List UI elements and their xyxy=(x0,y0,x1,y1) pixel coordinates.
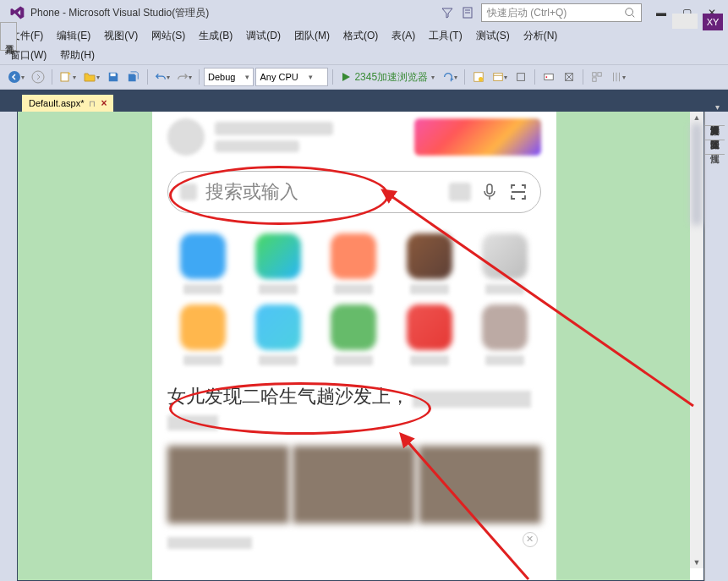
search-icon xyxy=(624,7,636,19)
app-icon xyxy=(180,233,226,279)
tool-icon-4[interactable] xyxy=(539,68,558,86)
menu-edit[interactable]: 编辑(E) xyxy=(50,27,97,45)
app-label-blur xyxy=(183,355,222,365)
quick-launch-input[interactable]: 快速启动 (Ctrl+Q) xyxy=(481,3,642,22)
window-title: Phone - Microsoft Visual Studio(管理员) xyxy=(30,6,209,20)
nav-back-button[interactable]: ▾ xyxy=(5,68,27,86)
minimize-button[interactable]: ▬ xyxy=(649,3,674,22)
news-meta-blur xyxy=(167,537,252,549)
svg-rect-14 xyxy=(593,78,596,81)
tabstrip-overflow[interactable]: ▾ xyxy=(710,102,725,112)
scroll-up-icon[interactable]: ▲ xyxy=(690,112,703,123)
config-combo[interactable]: Debug▾ xyxy=(204,68,254,86)
titlebar: Phone - Microsoft Visual Studio(管理员) 快速启… xyxy=(0,0,728,25)
svg-point-2 xyxy=(8,71,20,83)
solution-explorer-tab[interactable]: 解决方案资源管理器 xyxy=(705,112,725,126)
team-explorer-tab[interactable]: 团队资源管理器 xyxy=(705,126,725,140)
menu-table[interactable]: 表(A) xyxy=(385,27,422,45)
annotation-arrow-2 xyxy=(393,423,647,581)
svg-line-17 xyxy=(406,440,528,579)
menubar-row2: 窗口(W) 帮助(H) xyxy=(0,46,728,64)
svg-rect-5 xyxy=(111,74,116,77)
platform-combo[interactable]: Any CPU▾ xyxy=(255,68,328,86)
save-all-button[interactable] xyxy=(124,68,143,86)
svg-line-16 xyxy=(389,195,693,406)
svg-point-1 xyxy=(626,8,633,16)
svg-point-3 xyxy=(32,71,44,83)
app-icon xyxy=(255,233,301,279)
app-icon xyxy=(331,304,376,350)
tool-icon-2[interactable]: ▾ xyxy=(490,68,510,86)
news-subline-blur xyxy=(167,415,218,430)
undo-button[interactable]: ▾ xyxy=(152,68,172,86)
tool-icon-6[interactable] xyxy=(588,68,606,86)
phone-header xyxy=(152,112,556,162)
svg-rect-12 xyxy=(593,73,596,76)
tab-label: Default.aspx* xyxy=(29,98,84,108)
svg-rect-8 xyxy=(494,74,503,81)
properties-tab[interactable]: 属性 xyxy=(705,140,725,155)
app-item-1[interactable] xyxy=(251,233,306,294)
app-icon xyxy=(331,233,376,279)
svg-point-11 xyxy=(546,76,548,78)
svg-rect-10 xyxy=(545,74,554,80)
menu-view[interactable]: 视图(V) xyxy=(97,27,145,45)
new-item-button[interactable]: ▾ xyxy=(57,68,79,86)
header-line2 xyxy=(215,140,299,152)
app-item-0[interactable] xyxy=(176,233,231,294)
menu-analyze[interactable]: 分析(N) xyxy=(517,27,565,45)
svg-rect-9 xyxy=(517,74,525,81)
menu-help[interactable]: 帮助(H) xyxy=(53,47,101,64)
thumb-1[interactable] xyxy=(167,446,290,523)
tool-icon-7[interactable]: ▾ xyxy=(608,68,628,86)
app-label-blur xyxy=(334,284,373,294)
run-button[interactable]: 2345加速浏览器 ▾ xyxy=(337,68,438,86)
document-tabstrip: Default.aspx* ⊓ × ▾ xyxy=(0,90,728,112)
refresh-button[interactable]: ▾ xyxy=(440,68,460,86)
toolbar: ▾ ▾ ▾ ▾ ▾ Debug▾ Any CPU▾ 2345加速浏览器 ▾ ▾ … xyxy=(0,64,728,90)
tool-icon-5[interactable] xyxy=(560,68,578,86)
menu-format[interactable]: 格式(O) xyxy=(337,27,385,45)
header-line1 xyxy=(215,122,333,135)
menu-test[interactable]: 测试(S) xyxy=(469,27,517,45)
app-icon xyxy=(180,304,226,350)
menu-debug[interactable]: 调试(D) xyxy=(239,27,287,45)
svg-point-7 xyxy=(479,77,483,81)
vs-logo-icon xyxy=(8,4,25,21)
document-tab-active[interactable]: Default.aspx* ⊓ × xyxy=(22,93,113,112)
save-button[interactable] xyxy=(104,68,123,86)
app-item-5[interactable] xyxy=(176,304,231,365)
app-label-blur xyxy=(334,355,373,365)
filter-icon[interactable] xyxy=(441,6,454,19)
search-engine-icon xyxy=(180,184,197,200)
xy-badge[interactable]: XY xyxy=(703,14,723,30)
app-item-6[interactable] xyxy=(251,304,306,365)
open-button[interactable]: ▾ xyxy=(80,68,102,86)
notification-icon[interactable] xyxy=(461,6,474,19)
menu-website[interactable]: 网站(S) xyxy=(145,27,192,45)
annotation-arrow-1 xyxy=(372,169,710,423)
app-label-blur xyxy=(259,355,298,365)
menu-team[interactable]: 团队(M) xyxy=(287,27,337,45)
left-gutter xyxy=(0,112,17,581)
tool-icon-3[interactable] xyxy=(512,68,530,86)
user-avatar[interactable] xyxy=(672,14,698,29)
app-label-blur xyxy=(183,284,222,294)
svg-rect-4 xyxy=(61,73,68,81)
menubar: 文件(F) 编辑(E) 视图(V) 网站(S) 生成(B) 调试(D) 团队(M… xyxy=(0,25,728,46)
svg-rect-13 xyxy=(598,73,601,76)
toolbox-panel-tab[interactable]: 工具箱 xyxy=(0,22,17,51)
tool-icon-1[interactable] xyxy=(469,68,488,86)
tab-close-icon[interactable]: × xyxy=(101,97,107,109)
menu-build[interactable]: 生成(B) xyxy=(192,27,239,45)
quick-launch-placeholder: 快速启动 (Ctrl+Q) xyxy=(487,6,567,20)
menu-tools[interactable]: 工具(T) xyxy=(422,27,468,45)
scroll-down-icon[interactable]: ▼ xyxy=(690,556,703,568)
app-icon xyxy=(255,304,301,350)
redo-button[interactable]: ▾ xyxy=(174,68,194,86)
nav-fwd-button[interactable] xyxy=(29,68,47,86)
app-label-blur xyxy=(259,284,298,294)
brand-logo xyxy=(414,118,541,156)
pin-icon[interactable]: ⊓ xyxy=(89,99,96,108)
avatar-placeholder xyxy=(167,118,205,156)
